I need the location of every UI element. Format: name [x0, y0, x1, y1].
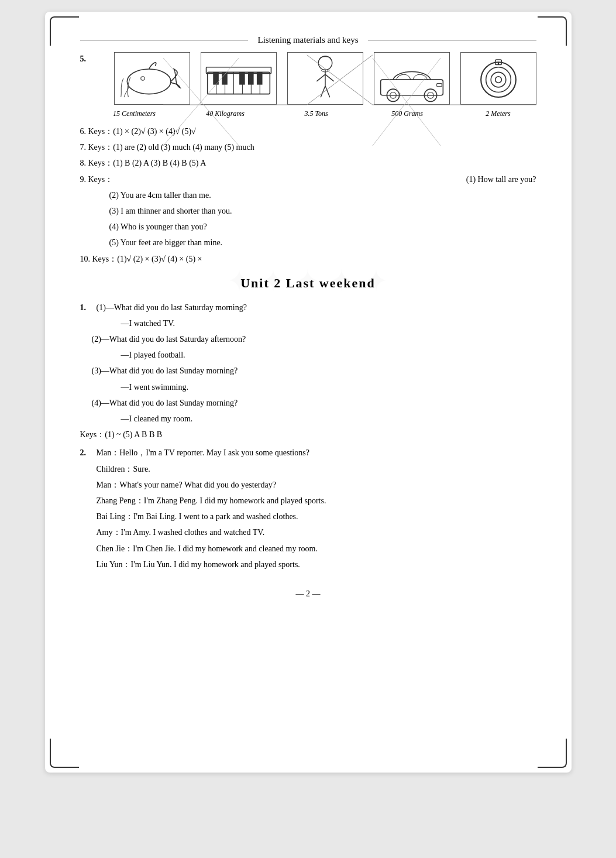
image3-boy	[287, 52, 363, 105]
s2-line-6: Chen Jie：I'm Chen Jie. I did my homework…	[97, 541, 318, 556]
s2-l4: Bai Ling：I'm Bai Ling. I went to a park …	[80, 509, 536, 524]
label-4: 500 Grams	[369, 109, 445, 118]
page: Listening materials and keys 5.	[45, 12, 572, 773]
svg-rect-13	[256, 72, 262, 84]
s1-2-a-line: —I played football.	[80, 348, 536, 362]
item9-4: (4) Who is younger than you?	[109, 219, 207, 234]
s1-3-a: —I went swimming.	[121, 380, 189, 394]
s1-3-q-line: (3)—What did you do last Sunday morning?	[80, 363, 536, 378]
svg-point-0	[127, 69, 171, 94]
section2: 2. Man：Hello，I'm a TV reporter. May I as…	[80, 445, 536, 572]
s1-3-a-line: —I went swimming.	[80, 380, 536, 394]
header-title: Listening materials and keys	[248, 35, 367, 45]
keys1-text: Keys：(1) ~ (5) A B B B	[80, 427, 163, 442]
unit-banner-text: Unit 2 Last weekend	[240, 276, 376, 290]
s1-4-q: (4)—What did you do last Sunday morning?	[92, 396, 238, 410]
item9-line: 9. Keys： (1) How tall are you?	[80, 172, 536, 187]
section1: 1. (1)—What did you do last Saturday mor…	[80, 300, 536, 442]
svg-rect-21	[436, 84, 442, 87]
item6-text: 6. Keys：(1) × (2)√ (3) × (4)√ (5)√	[80, 124, 536, 139]
svg-rect-12	[248, 72, 254, 84]
s2-l7: Liu Yun：I'm Liu Yun. I did my homework a…	[80, 557, 536, 572]
page-footer: — 2 —	[80, 589, 536, 599]
unit-banner: ✦ ✦ ✦ ✦ ✦ Unit 2 Last weekend	[80, 276, 536, 291]
s2-line-7: Liu Yun：I'm Liu Yun. I did my homework a…	[97, 557, 300, 572]
s1-3-q: (3)—What did you do last Sunday morning?	[92, 363, 238, 378]
item5-section: 5.	[80, 52, 536, 105]
item9-2-line: (2) You are 4cm taller than me.	[80, 188, 536, 203]
image2-piano	[201, 52, 277, 105]
s2-line-2: Man：What's your name? What did you do ye…	[97, 478, 276, 492]
item7-text: 7. Keys：(1) are (2) old (3) much (4) man…	[80, 140, 536, 155]
keys1-line: Keys：(1) ~ (5) A B B B	[80, 427, 536, 442]
item9-3-line: (3) I am thinner and shorter than you.	[80, 204, 536, 218]
item10-text: 10. Keys：(1)√ (2) × (3)√ (4) × (5) ×	[80, 252, 536, 266]
item10-line: 10. Keys：(1)√ (2) × (3)√ (4) × (5) ×	[80, 252, 536, 266]
image1-whale	[114, 52, 190, 105]
svg-rect-11	[239, 72, 245, 84]
s2-line-3: Zhang Peng：I'm Zhang Peng. I did my home…	[97, 493, 326, 508]
labels-row: 15 Centimeters 40 Kilograms 3.5 Tons 500…	[80, 109, 536, 118]
section1-header: 1. (1)—What did you do last Saturday mor…	[80, 300, 536, 315]
item7-line: 7. Keys：(1) are (2) old (3) much (4) man…	[80, 140, 536, 155]
s2-line-1: Children：Sure.	[97, 462, 150, 476]
s1-2-a: —I played football.	[121, 348, 185, 362]
images-container	[98, 52, 536, 105]
s1-4-q-line: (4)—What did you do last Sunday morning?	[80, 396, 536, 410]
label-3: 3.5 Tons	[278, 109, 355, 118]
svg-point-24	[491, 72, 506, 87]
s1-4-a-line: —I cleaned my room.	[80, 411, 536, 426]
item5-num: 5.	[80, 54, 87, 64]
s1-2-q-line: (2)—What did you do last Saturday aftern…	[80, 332, 536, 346]
corner-bl	[50, 739, 79, 768]
image4-car	[374, 52, 450, 105]
s2-line-0: Man：Hello，I'm a TV reporter. May I ask y…	[97, 445, 309, 460]
item9-5-line: (5) Your feet are bigger than mine.	[80, 235, 536, 250]
section2-header: 2. Man：Hello，I'm a TV reporter. May I as…	[80, 445, 536, 460]
svg-rect-9	[213, 72, 219, 84]
svg-point-23	[486, 67, 511, 92]
s2-line-4: Bai Ling：I'm Bai Ling. I went to a park …	[97, 509, 298, 524]
svg-point-25	[495, 77, 501, 83]
s2-line-5: Amy：I'm Amy. I washed clothes and watche…	[97, 525, 265, 540]
item9-1: (1) How tall are you?	[466, 172, 536, 187]
section2-num: 2.	[80, 445, 97, 460]
corner-tr	[538, 16, 567, 46]
item9-5: (5) Your feet are bigger than mine.	[109, 235, 223, 250]
s1-2-q: (2)—What did you do last Saturday aftern…	[92, 332, 246, 346]
s2-l1: Children：Sure.	[80, 462, 536, 476]
item6-line: 6. Keys：(1) × (2)√ (3) × (4)√ (5)√	[80, 124, 536, 139]
header: Listening materials and keys	[80, 35, 536, 45]
label-1: 15 Centimeters	[97, 109, 173, 118]
item8-line: 8. Keys：(1) B (2) A (3) B (4) B (5) A	[80, 156, 536, 170]
s1-1-a-line: —I watched TV.	[80, 316, 536, 331]
content-section: 6. Keys：(1) × (2)√ (3) × (4)√ (5)√ 7. Ke…	[80, 124, 536, 266]
label-2: 40 Kilograms	[187, 109, 263, 118]
s2-l5: Amy：I'm Amy. I washed clothes and watche…	[80, 525, 536, 540]
corner-tl	[50, 16, 79, 46]
item9-label: 9. Keys：	[80, 172, 466, 187]
svg-rect-10	[222, 72, 228, 84]
section1-num: 1.	[80, 300, 97, 315]
svg-point-1	[140, 77, 144, 80]
s2-l6: Chen Jie：I'm Chen Jie. I did my homework…	[80, 541, 536, 556]
item9-4-line: (4) Who is younger than you?	[80, 219, 536, 234]
item9-3: (3) I am thinner and shorter than you.	[109, 204, 232, 218]
s2-l2: Man：What's your name? What did you do ye…	[80, 478, 536, 492]
s1-4-a: —I cleaned my room.	[121, 411, 193, 426]
item9-2: (2) You are 4cm taller than me.	[109, 188, 211, 203]
s1-1-q: (1)—What did you do last Saturday mornin…	[97, 300, 247, 315]
footer-text: — 2 —	[296, 589, 321, 598]
svg-rect-16	[380, 80, 443, 95]
label-5: 2 Meters	[460, 109, 536, 118]
image5-medal	[460, 52, 536, 105]
item8-text: 8. Keys：(1) B (2) A (3) B (4) B (5) A	[80, 156, 536, 170]
s2-l3: Zhang Peng：I'm Zhang Peng. I did my home…	[80, 493, 536, 508]
s1-1-a: —I watched TV.	[121, 316, 175, 331]
corner-br	[538, 739, 567, 768]
